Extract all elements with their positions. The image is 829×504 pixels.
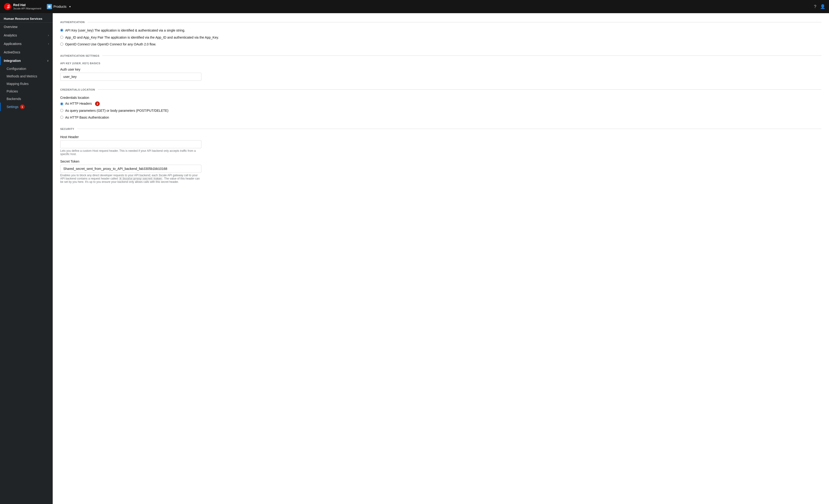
radio-option-http-headers: As HTTP Headers 2	[60, 101, 822, 106]
sidebar-sub-item-policies[interactable]: Policies	[0, 87, 53, 95]
authentication-radio-group: API Key (user_key) The application is id…	[60, 28, 822, 47]
sidebar-sub-item-configuration[interactable]: Configuration	[0, 65, 53, 72]
sidebar-sub-item-configuration-label: Configuration	[7, 67, 26, 71]
radio-option-query-params: As query parameters (GET) or body parame…	[60, 108, 822, 113]
credentials-title: CREDENTIALS LOCATION	[60, 88, 95, 91]
auth-user-key-group: Auth user key	[60, 68, 822, 81]
security-section: SECURITY Host Header Lets you define a c…	[60, 128, 822, 183]
security-title: SECURITY	[60, 128, 74, 130]
redhat-logo	[4, 3, 11, 10]
navbar: Red Hat 3scale API Management Products ▼…	[0, 0, 829, 13]
product-icon	[47, 4, 52, 9]
sidebar-sub-item-mapping-rules[interactable]: Mapping Rules	[0, 80, 53, 87]
cred-http-basic-radio[interactable]	[60, 116, 63, 119]
auth-settings-title: AUTHENTICATION SETTINGS	[60, 55, 100, 57]
cube-icon	[48, 5, 51, 8]
secret-token-help: Enables you to block any direct develope…	[60, 174, 202, 183]
sidebar-sub-item-settings[interactable]: Settings 1	[0, 103, 53, 111]
auth-app-id-label[interactable]: App_ID and App_Key Pair The application …	[65, 35, 219, 40]
auth-openid-radio[interactable]	[60, 43, 63, 46]
sidebar-item-applications[interactable]: Applications ›	[0, 39, 53, 48]
cred-query-params-label[interactable]: As query parameters (GET) or body parame…	[65, 108, 169, 113]
sidebar-sub-item-backends-label: Backends	[7, 97, 21, 101]
credentials-badge: 2	[95, 101, 100, 106]
sidebar-sub-item-policies-label: Policies	[7, 89, 18, 93]
secret-token-input[interactable]	[60, 165, 202, 173]
authentication-section: AUTHENTICATION API Key (user_key) The ap…	[60, 21, 822, 47]
sidebar-section-title: Human Resource Services	[0, 13, 53, 23]
sidebar-item-analytics-label: Analytics	[4, 33, 17, 37]
integration-chevron-icon: ∨	[47, 59, 49, 62]
navbar-left: Red Hat 3scale API Management Products ▼	[4, 3, 71, 10]
nav-product-selector[interactable]: Products ▼	[47, 4, 71, 9]
auth-settings-header: AUTHENTICATION SETTINGS	[60, 55, 822, 57]
host-header-label: Host Header	[60, 135, 822, 139]
brand-name: Red Hat	[13, 3, 41, 7]
product-label: Products	[53, 5, 66, 8]
radio-option-app-id: App_ID and App_Key Pair The application …	[60, 35, 822, 40]
credentials-section: CREDENTIALS LOCATION Credentials locatio…	[60, 88, 822, 120]
radio-option-http-basic: As HTTP Basic Authentication	[60, 115, 822, 120]
auth-app-id-radio[interactable]	[60, 36, 63, 39]
host-header-input[interactable]	[60, 140, 202, 148]
host-header-help: Lets you define a custom Host request he…	[60, 149, 202, 156]
sidebar-item-activedocs-label: ActiveDocs	[4, 50, 20, 54]
api-key-basics-title: API KEY (USER_KEY) BASICS	[60, 62, 822, 65]
auth-api-key-label[interactable]: API Key (user_key) The application is id…	[65, 28, 185, 33]
applications-chevron-icon: ›	[48, 42, 49, 45]
sidebar-item-integration[interactable]: Integration ∨	[0, 57, 53, 65]
settings-badge: 1	[20, 105, 25, 109]
auth-user-key-label: Auth user key	[60, 68, 822, 71]
sidebar-sub-item-settings-label: Settings	[7, 105, 19, 109]
brand-sub: 3scale API Management	[13, 7, 41, 10]
credentials-section-header: CREDENTIALS LOCATION	[60, 88, 822, 91]
sidebar-sub-item-mapping-label: Mapping Rules	[7, 82, 29, 86]
sidebar-sub-item-methods-label: Methods and Metrics	[7, 74, 37, 78]
secret-token-code: X-3scale-proxy-secret-token	[118, 177, 163, 180]
sidebar-item-overview-label: Overview	[4, 25, 17, 29]
credentials-location-label: Credentials location	[60, 96, 822, 100]
radio-option-openid: OpenID Connect Use OpenID Connect for an…	[60, 42, 822, 47]
sidebar-item-analytics[interactable]: Analytics ›	[0, 31, 53, 39]
auth-settings-section: AUTHENTICATION SETTINGS API KEY (USER_KE…	[60, 55, 822, 81]
brand-text: Red Hat 3scale API Management	[13, 3, 41, 10]
authentication-section-header: AUTHENTICATION	[60, 21, 822, 24]
sidebar-sub-item-backends[interactable]: Backends	[0, 95, 53, 103]
cred-http-headers-radio[interactable]	[60, 102, 63, 105]
radio-option-api-key: API Key (user_key) The application is id…	[60, 28, 822, 33]
secret-token-group: Secret Token Enables you to block any di…	[60, 159, 822, 183]
navbar-right: ? 👤	[814, 4, 825, 9]
auth-user-key-input[interactable]	[60, 73, 202, 81]
sidebar-item-applications-label: Applications	[4, 42, 22, 46]
analytics-chevron-icon: ›	[48, 34, 49, 37]
product-chevron-icon: ▼	[69, 5, 71, 8]
sidebar-item-overview[interactable]: Overview	[0, 23, 53, 31]
cred-query-params-radio[interactable]	[60, 109, 63, 112]
brand: Red Hat 3scale API Management	[4, 3, 41, 10]
main-content: AUTHENTICATION API Key (user_key) The ap…	[53, 13, 829, 504]
help-icon[interactable]: ?	[814, 4, 816, 9]
credentials-radio-group: As HTTP Headers 2 As query parameters (G…	[60, 101, 822, 120]
svg-rect-1	[48, 5, 50, 8]
sidebar-item-integration-label: Integration	[4, 59, 21, 63]
host-header-group: Host Header Lets you define a custom Hos…	[60, 135, 822, 156]
sidebar-sub-item-methods-and-metrics[interactable]: Methods and Metrics	[0, 72, 53, 80]
sidebar-item-activedocs[interactable]: ActiveDocs	[0, 48, 53, 57]
user-icon[interactable]: 👤	[820, 4, 825, 9]
svg-point-0	[4, 3, 11, 10]
authentication-title: AUTHENTICATION	[60, 21, 85, 24]
cred-http-headers-label[interactable]: As HTTP Headers	[65, 101, 92, 106]
cred-http-basic-label[interactable]: As HTTP Basic Authentication	[65, 115, 109, 120]
auth-openid-label[interactable]: OpenID Connect Use OpenID Connect for an…	[65, 42, 156, 47]
auth-settings-line	[102, 56, 822, 56]
security-section-header: SECURITY	[60, 128, 822, 130]
layout: Human Resource Services Overview Analyti…	[0, 13, 829, 504]
sidebar: Human Resource Services Overview Analyti…	[0, 13, 53, 504]
auth-api-key-radio[interactable]	[60, 29, 63, 32]
secret-token-label: Secret Token	[60, 159, 822, 163]
